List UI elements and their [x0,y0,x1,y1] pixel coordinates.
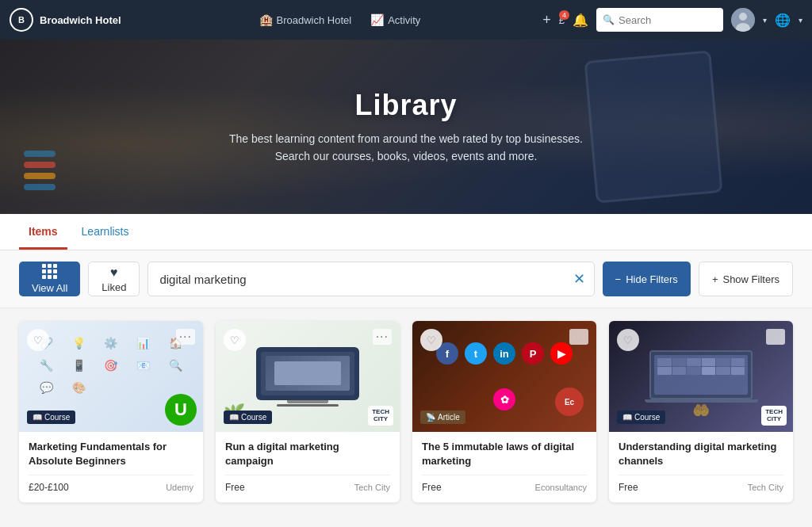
card-0-like-button[interactable]: ♡ [27,329,49,351]
plus-icon: + [712,273,718,285]
card-thumb-1: 🌿 ♡ ··· 📖 Course TECHCITY [216,321,400,432]
hands-decoration: 🤲 [692,402,710,419]
card-0-badge: 📖 Course [27,411,75,424]
youtube-icon: ▶ [550,342,573,365]
brand-logo: B [10,8,33,32]
tab-items[interactable]: Items [19,214,67,250]
card-1-more-button[interactable]: ··· [373,329,392,345]
card-3-title: Understanding digital marketing channels [619,440,783,468]
card-2-like-button[interactable]: ♡ [420,329,442,351]
card-3-more-button[interactable]: ··· [766,329,785,345]
heart-outline-icon: ♡ [230,334,239,346]
card-1-footer: Free Tech City [225,475,390,493]
nav-brand[interactable]: B Broadwich Hotel [10,8,121,32]
heart-outline-icon: ♡ [623,334,633,346]
nav-center: 🏨 Broadwich Hotel 📈 Activity [137,13,543,26]
hotel-icon: 🏨 [259,13,273,26]
card-1-body: Run a digital marketing campaign Free Te… [216,432,400,502]
hero-decoration-left [24,151,56,190]
globe-icon[interactable]: 🌐 [775,13,791,28]
nav-activity-label: Activity [388,14,420,26]
card-3-logo: TECHCITY [761,406,787,426]
flickr-icon: ✿ [493,388,515,411]
hide-filters-button[interactable]: − Hide Filters [603,262,691,296]
user-avatar[interactable] [731,8,755,32]
tabs-bar: Items Learnlists [0,214,812,250]
nav-right: + £ 4 🔔 🔍 ▾ 🌐 ▾ [542,8,802,32]
card-thumb-0: 🔗 💡 ⚙️ 📊 🏠 🔧 📱 🎯 📧 🔍 💬 🎨 ♡ ··· 📖 Course [19,321,203,432]
card-2-title: The 5 immutable laws of digital marketin… [422,440,587,468]
hero-banner: Library The best learning content from a… [0,40,812,214]
card-0-price: £20-£100 [29,482,69,493]
add-button[interactable]: + [542,12,551,29]
card-1-title: Run a digital marketing campaign [225,440,390,468]
search-icon: 🔍 [603,14,615,25]
card-2-more-button[interactable]: ··· [569,329,588,345]
brand-name: Broadwich Hotel [40,14,121,26]
card-0-footer: £20-£100 Udemy [29,475,193,493]
hero-title: Library [354,89,457,122]
nav-hotel-label: Broadwich Hotel [277,14,352,26]
hero-tablet-decoration [584,50,722,203]
card-0: 🔗 💡 ⚙️ 📊 🏠 🔧 📱 🎯 📧 🔍 💬 🎨 ♡ ··· 📖 Course [19,321,203,502]
card-2-body: The 5 immutable laws of digital marketin… [412,432,596,502]
econsultancy-logo: Ec [555,388,584,416]
search-clear-button[interactable]: ✕ [573,272,585,286]
card-thumb-3: 🤲 ♡ ··· 📖 Course TECHCITY [609,321,793,432]
card-thumb-2: f t in P ▶ ✿ Ec ♡ ··· 📡 Article [412,321,596,432]
hero-subtitle: The best learning content from around th… [229,130,583,166]
liked-button[interactable]: ♥ Liked [88,262,140,296]
heart-outline-icon: ♡ [33,334,43,346]
book-icon: 📖 [622,413,632,422]
grid-icon [42,264,57,279]
card-0-provider: Udemy [166,483,193,492]
rss-icon: 📡 [426,413,435,422]
search-bar-wrap: ✕ [147,262,594,296]
card-3: 🤲 ♡ ··· 📖 Course TECHCITY Understanding … [609,321,793,502]
card-0-logo: U [165,394,197,426]
card-3-body: Understanding digital marketing channels… [609,432,793,502]
card-2-price: Free [422,482,442,493]
search-input[interactable] [596,8,723,32]
book-icon: 📖 [33,413,42,422]
card-1: 🌿 ♡ ··· 📖 Course TECHCITY Run a digital … [216,321,400,502]
currency-button[interactable]: £ 4 [559,14,565,26]
card-3-provider: Tech City [748,483,783,492]
nav-link-hotel[interactable]: 🏨 Broadwich Hotel [259,13,352,26]
show-filters-button[interactable]: + Show Filters [699,262,793,296]
view-all-button[interactable]: View All [19,262,80,296]
card-1-price: Free [225,482,245,493]
card-1-logo: TECHCITY [368,406,393,426]
heart-outline-icon: ♡ [427,334,436,346]
linkedin-icon: in [493,342,515,365]
nav-link-activity[interactable]: 📈 Activity [370,13,420,26]
card-0-title: Marketing Fundamentals for Absolute Begi… [29,440,193,468]
card-3-like-button[interactable]: ♡ [617,329,639,351]
card-1-badge: 📖 Course [224,411,272,424]
activity-icon: 📈 [370,13,384,26]
card-2-badge: 📡 Article [420,411,465,424]
search-wrap: 🔍 [596,8,723,32]
card-0-body: Marketing Fundamentals for Absolute Begi… [19,432,203,502]
card-1-provider: Tech City [354,483,390,492]
globe-caret[interactable]: ▾ [799,16,802,25]
card-3-price: Free [619,482,638,493]
card-2: f t in P ▶ ✿ Ec ♡ ··· 📡 Article The 5 im… [412,321,596,502]
tab-learnlists[interactable]: Learnlists [72,214,139,250]
card-0-more-button[interactable]: ··· [176,329,195,345]
minus-icon: − [615,273,622,285]
card-2-provider: Econsultancy [535,483,587,492]
card-2-footer: Free Econsultancy [422,475,587,493]
cards-grid: 🔗 💡 ⚙️ 📊 🏠 🔧 📱 🎯 📧 🔍 💬 🎨 ♡ ··· 📖 Course [0,308,812,515]
filter-bar: View All ♥ Liked ✕ − Hide Filters + Show… [0,250,812,308]
card-1-like-button[interactable]: ♡ [224,329,246,351]
user-menu-caret[interactable]: ▾ [763,16,767,25]
bell-icon: 🔔 [573,13,588,27]
main-search-input[interactable] [147,262,594,296]
book-icon: 📖 [229,413,239,422]
svg-point-1 [739,13,747,21]
twitter-icon: t [465,342,487,365]
bell-button[interactable]: 🔔 [573,13,588,28]
heart-icon: ♥ [110,265,118,280]
card-3-badge: 📖 Course [617,411,665,424]
